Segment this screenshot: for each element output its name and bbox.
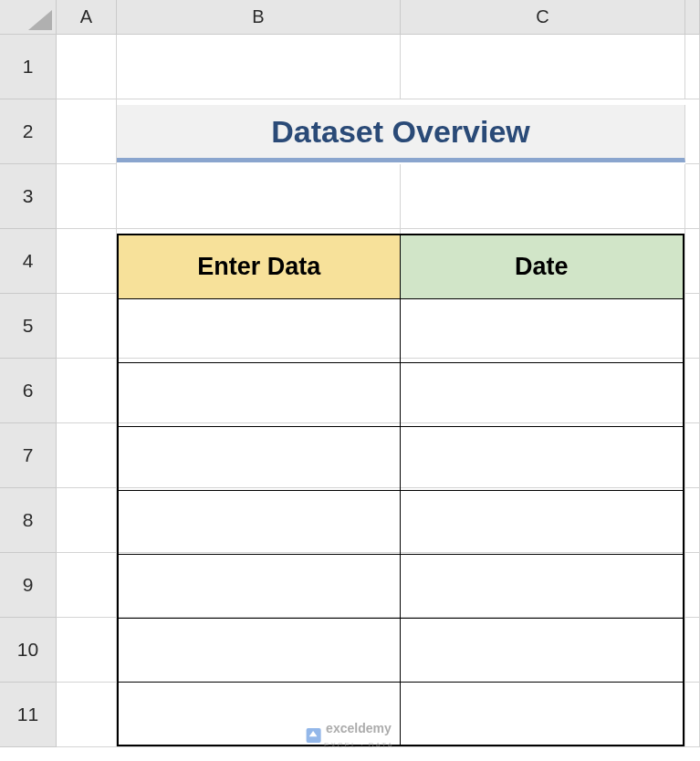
row-header-2[interactable]: 2 [0, 99, 57, 164]
cell-D5[interactable] [685, 294, 700, 359]
watermark-brand: exceldemy [326, 721, 392, 735]
cell-D11[interactable] [685, 683, 700, 747]
row-header-7[interactable]: 7 [0, 423, 57, 488]
cell-enter-data[interactable] [118, 362, 400, 426]
cell-date[interactable] [400, 426, 684, 490]
table-header-row: Enter Data Date [118, 235, 684, 298]
col-header-C[interactable]: C [401, 0, 685, 35]
cell-D3[interactable] [685, 164, 700, 229]
col-header-A[interactable]: A [57, 0, 117, 35]
cell-D1[interactable] [685, 35, 700, 99]
cell-B3[interactable] [117, 164, 401, 229]
row-header-6[interactable]: 6 [0, 359, 57, 423]
table-row [118, 554, 684, 618]
row-header-9[interactable]: 9 [0, 553, 57, 618]
cell-D9[interactable] [685, 553, 700, 618]
select-all-corner[interactable] [0, 0, 57, 35]
row-header-4[interactable]: 4 [0, 229, 57, 294]
cell-A4[interactable] [57, 229, 117, 294]
row-header-5[interactable]: 5 [0, 294, 57, 359]
cell-date[interactable] [400, 682, 684, 745]
cell-enter-data[interactable] [118, 618, 400, 682]
title-merged-cell[interactable]: Dataset Overview [117, 105, 685, 162]
cell-A5[interactable] [57, 294, 117, 359]
cell-D6[interactable] [685, 359, 700, 423]
cell-date[interactable] [400, 554, 684, 618]
cell-enter-data[interactable] [118, 490, 400, 554]
data-table: Enter Data Date [117, 234, 684, 746]
cell-A8[interactable] [57, 488, 117, 553]
cell-D7[interactable] [685, 423, 700, 488]
cell-enter-data[interactable] [118, 298, 400, 362]
cell-date[interactable] [400, 490, 684, 554]
cell-D2[interactable] [685, 99, 700, 164]
table-row [118, 618, 684, 682]
cell-D10[interactable] [685, 618, 700, 683]
table-row [118, 682, 684, 745]
header-enter-data[interactable]: Enter Data [118, 235, 400, 298]
cell-date[interactable] [400, 298, 684, 362]
table-row [118, 298, 684, 362]
watermark: exceldemy EXCEL · DATA [306, 721, 394, 750]
row-header-1[interactable]: 1 [0, 35, 57, 99]
cell-date[interactable] [400, 362, 684, 426]
cell-A3[interactable] [57, 164, 117, 229]
cell-enter-data[interactable] [118, 426, 400, 490]
row-header-8[interactable]: 8 [0, 488, 57, 553]
cell-A9[interactable] [57, 553, 117, 618]
cell-A2[interactable] [57, 99, 117, 164]
cell-D4[interactable] [685, 229, 700, 294]
title-text: Dataset Overview [271, 114, 530, 150]
table-row [118, 362, 684, 426]
header-date[interactable]: Date [400, 235, 684, 298]
watermark-logo-icon [306, 728, 320, 743]
row-header-11[interactable]: 11 [0, 683, 57, 747]
cell-A10[interactable] [57, 618, 117, 683]
cell-A6[interactable] [57, 359, 117, 423]
table-row [118, 490, 684, 554]
row-header-3[interactable]: 3 [0, 164, 57, 229]
cell-A7[interactable] [57, 423, 117, 488]
cell-date[interactable] [400, 618, 684, 682]
watermark-text: exceldemy EXCEL · DATA [326, 721, 394, 750]
cell-B1[interactable] [117, 35, 401, 99]
cell-D8[interactable] [685, 488, 700, 553]
cell-C3[interactable] [401, 164, 685, 229]
cell-A1[interactable] [57, 35, 117, 99]
col-header-B[interactable]: B [117, 0, 401, 35]
row-header-10[interactable]: 10 [0, 618, 57, 683]
cell-C1[interactable] [401, 35, 685, 99]
cell-A11[interactable] [57, 683, 117, 747]
col-header-next[interactable] [685, 0, 700, 35]
cell-enter-data[interactable] [118, 554, 400, 618]
table-row [118, 426, 684, 490]
watermark-sub: EXCEL · DATA [324, 741, 394, 749]
